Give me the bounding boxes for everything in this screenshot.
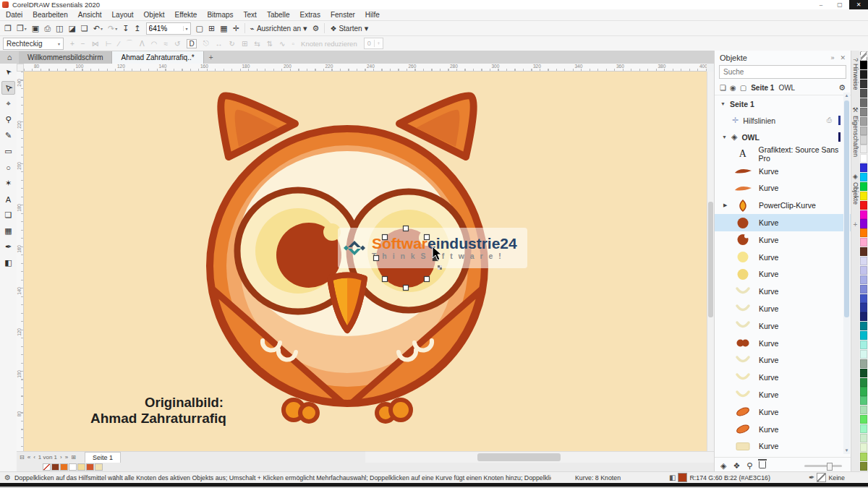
tree-layer-row[interactable]: ▼ ◈ OWL: [715, 129, 851, 145]
object-item[interactable]: Kurve: [715, 438, 851, 455]
color-swatch[interactable]: [860, 135, 867, 144]
page-tab[interactable]: Seite 1: [85, 452, 121, 463]
document-tab[interactable]: Willkommensbildschirm: [19, 51, 112, 64]
color-swatch[interactable]: [860, 182, 867, 191]
eyedropper-tool[interactable]: ✒: [1, 240, 15, 254]
crop-tool[interactable]: ⌖: [1, 97, 15, 111]
object-item[interactable]: Kurve: [715, 180, 851, 197]
object-item[interactable]: Kurve: [715, 300, 851, 317]
select-all-nodes-button[interactable]: ▫: [292, 40, 295, 48]
export-button[interactable]: ↥: [134, 24, 140, 33]
menu-extras[interactable]: Extras: [300, 11, 320, 19]
no-color-swatch[interactable]: [860, 51, 867, 60]
menu-fenster[interactable]: Fenster: [331, 11, 355, 19]
page-thumbnail-toggle-icon[interactable]: ❏: [720, 84, 726, 92]
color-swatch[interactable]: [860, 238, 867, 247]
object-item[interactable]: Kurve: [715, 214, 851, 231]
color-swatch[interactable]: [860, 257, 867, 265]
maximize-button[interactable]: ▢: [830, 0, 849, 9]
object-item[interactable]: Kurve: [715, 283, 851, 300]
menu-objekt[interactable]: Objekt: [144, 11, 165, 19]
new-master-layer-button[interactable]: ❖: [733, 461, 740, 471]
menu-bearbeiten[interactable]: Bearbeiten: [33, 11, 67, 19]
color-swatch[interactable]: [860, 285, 867, 294]
new-layer-button[interactable]: ◈: [720, 461, 726, 471]
spinner-up-icon[interactable]: ＋: [374, 40, 383, 47]
new-document-button[interactable]: ❐: [4, 24, 12, 33]
canvas-vertical-scrollbar[interactable]: [707, 72, 714, 451]
node-delete-button[interactable]: −: [81, 40, 85, 48]
vertical-ruler[interactable]: 24022020018016014012010080: [17, 72, 24, 451]
expand-arrow-icon[interactable]: ▼: [722, 134, 727, 140]
rectangle-tool[interactable]: ▭: [1, 145, 15, 158]
zoom-level-input[interactable]: [147, 25, 183, 33]
document-color-swatch[interactable]: [86, 463, 94, 471]
docker-tab-eigenschaften[interactable]: ⚒Eigenschaften: [852, 106, 859, 157]
curve-tool[interactable]: ✎: [1, 129, 15, 142]
color-swatch[interactable]: [860, 275, 867, 284]
fill-indicator[interactable]: ◧ R:174 G:60 B:22 (#AE3C16): [669, 473, 770, 482]
align-nodes-button[interactable]: ⊞: [242, 40, 247, 48]
options-button[interactable]: ⚙: [312, 24, 320, 33]
snap-to-dropdown[interactable]: ⌁ Ausrichten an ▾: [250, 24, 307, 33]
curve-smoothness-spinner[interactable]: 0＋: [364, 38, 383, 49]
last-page-icon[interactable]: »: [65, 454, 68, 461]
menu-datei[interactable]: Datei: [6, 11, 22, 19]
menu-text[interactable]: Text: [244, 11, 257, 19]
menu-layout[interactable]: Layout: [112, 11, 134, 19]
color-swatch[interactable]: [860, 89, 867, 98]
document-color-swatch[interactable]: [60, 463, 68, 471]
color-swatch[interactable]: [860, 387, 867, 395]
status-gear-icon[interactable]: ⚙: [4, 474, 11, 481]
polygon-tool[interactable]: ✶: [1, 176, 15, 190]
color-swatch[interactable]: [860, 201, 867, 210]
docker-collapse-icon[interactable]: »: [830, 54, 834, 61]
reflect-vertical-button[interactable]: ⇅: [267, 40, 273, 48]
object-item[interactable]: Kurve: [715, 231, 851, 249]
print-button[interactable]: ⎙: [44, 24, 51, 33]
menu-tabelle[interactable]: Tabelle: [267, 11, 290, 19]
document-tab[interactable]: Ahmad Zahraturrafiq..*: [112, 51, 203, 64]
docker-close-icon[interactable]: ✕: [840, 54, 846, 61]
printer-icon[interactable]: ⎙: [827, 116, 832, 124]
curve-break-button[interactable]: ⊢: [106, 40, 112, 48]
menu-bitmaps[interactable]: Bitmaps: [207, 11, 233, 19]
color-swatch[interactable]: [860, 127, 867, 135]
object-item[interactable]: Kurve: [715, 266, 851, 283]
fullscreen-preview-button[interactable]: ▢: [196, 24, 203, 33]
object-item[interactable]: Kurve: [715, 403, 851, 421]
duplicate-button[interactable]: ❏: [81, 24, 88, 33]
transparency-tool[interactable]: ▦: [1, 224, 15, 238]
delete-object-button[interactable]: [759, 461, 766, 470]
open-button[interactable]: ❒▾: [17, 24, 27, 33]
close-button[interactable]: ✕: [849, 0, 868, 9]
docker-options-gear-icon[interactable]: ⚙: [838, 83, 846, 93]
expand-arrow-icon[interactable]: ▶: [723, 202, 727, 208]
document-color-swatch[interactable]: [69, 463, 77, 471]
tree-page-row[interactable]: ▼ Seite 1: [715, 95, 851, 112]
color-swatch[interactable]: [860, 350, 867, 359]
color-swatch[interactable]: [860, 219, 867, 228]
canvas-horizontal-scrollbar[interactable]: [365, 451, 714, 463]
document-color-swatch[interactable]: [51, 463, 59, 471]
outline-indicator[interactable]: ✒ Keine: [809, 473, 845, 482]
vertical-scroll-thumb[interactable]: [708, 202, 713, 317]
color-swatch[interactable]: [860, 70, 867, 79]
redo-button[interactable]: ↷▾: [108, 24, 117, 33]
color-swatch[interactable]: [860, 108, 867, 116]
scroll-down-icon[interactable]: ▼: [843, 448, 850, 454]
add-docker-button[interactable]: +: [854, 221, 858, 228]
color-swatch[interactable]: [860, 80, 867, 88]
pick-tool[interactable]: ➤: [1, 65, 15, 79]
color-swatch[interactable]: [860, 434, 867, 442]
reverse-direction-button[interactable]: ↺: [174, 40, 180, 48]
scroll-up-icon[interactable]: ▲: [843, 93, 850, 99]
extract-subpath-button[interactable]: ⎋: [203, 39, 209, 48]
slider-thumb[interactable]: [827, 463, 833, 471]
find-object-button[interactable]: ⚲: [746, 461, 752, 471]
node-symmetric-button[interactable]: ≈: [164, 40, 169, 48]
save-button[interactable]: ▣: [32, 24, 39, 33]
drawing-canvas[interactable]: Softwareindustrie24 T h i n k S o f t w …: [24, 72, 707, 451]
object-item[interactable]: Kurve: [715, 421, 851, 438]
color-swatch[interactable]: [860, 378, 867, 387]
